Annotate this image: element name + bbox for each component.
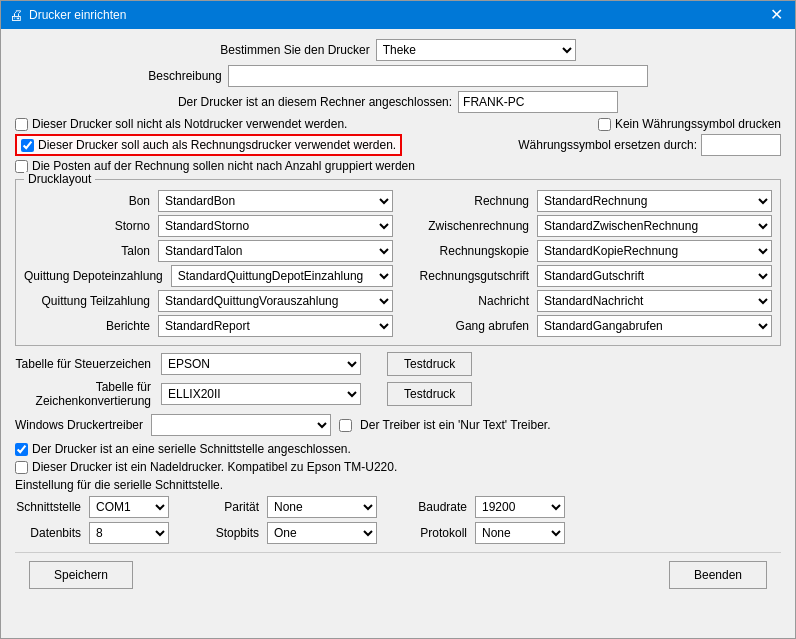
dl-label-zwischenrechnung: Zwischenrechnung	[403, 219, 533, 233]
stopbits-row: Stopbits One Two	[193, 522, 377, 544]
drucklayout-section: Drucklayout Bon StandardBon Storno Stand…	[15, 179, 781, 346]
testdruck-btn-1[interactable]: Testdruck	[387, 352, 472, 376]
notdrucker-label[interactable]: Dieser Drucker soll nicht als Notdrucker…	[32, 117, 347, 131]
tabelle-steuerz-select[interactable]: EPSON	[161, 353, 361, 375]
paritat-select[interactable]: None Even Odd	[267, 496, 377, 518]
steuerz-row2: Tabelle für Zeichenkonvertierung ELLIX20…	[15, 380, 781, 408]
drucker-select[interactable]: Theke	[376, 39, 576, 61]
protokoll-label: Protokoll	[401, 526, 471, 540]
paritat-label: Parität	[193, 500, 263, 514]
dl-label-storno: Storno	[24, 219, 154, 233]
dl-label-bon: Bon	[24, 194, 154, 208]
dl-select-rechnung[interactable]: StandardRechnung	[537, 190, 772, 212]
dl-label-berichte: Berichte	[24, 319, 154, 333]
datenbits-row: Datenbits 7 8	[15, 522, 169, 544]
beschreibung-input[interactable]	[228, 65, 648, 87]
dl-label-rechnungsgutschrift: Rechnungsgutschrift	[403, 269, 533, 283]
dl-label-depoteinzahlung: Quittung Depoteinzahlung	[24, 269, 167, 283]
notdrucker-checkbox[interactable]	[15, 118, 28, 131]
drucker-label: Bestimmen Sie den Drucker	[220, 43, 369, 57]
drucklayout-label: Drucklayout	[24, 172, 95, 186]
protokoll-row: Protokoll None XON/XOFF RTS/CTS	[401, 522, 565, 544]
posten-row: Die Posten auf der Rechnung sollen nicht…	[15, 159, 781, 173]
schnittstelle-grid: Schnittstelle COM1 COM2 COM3 Parität Non…	[15, 496, 781, 518]
rechnungsdrucker-label[interactable]: Dieser Drucker soll auch als Rechnungsdr…	[38, 138, 396, 152]
nadeldrucker-label[interactable]: Dieser Drucker ist ein Nadeldrucker. Kom…	[32, 460, 397, 474]
protokoll-select[interactable]: None XON/XOFF RTS/CTS	[475, 522, 565, 544]
anschluss-row: Der Drucker ist an diesem Rechner angesc…	[15, 91, 781, 113]
dl-row-rechnungsgutschrift: Rechnungsgutschrift StandardGutschrift	[403, 265, 772, 287]
stopbits-label: Stopbits	[193, 526, 263, 540]
notdrucker-row: Dieser Drucker soll nicht als Notdrucker…	[15, 117, 781, 131]
anschluss-label: Der Drucker ist an diesem Rechner angesc…	[178, 95, 452, 109]
waehrung-ersetzen-input[interactable]	[701, 134, 781, 156]
serial-angeschlossen-label[interactable]: Der Drucker ist an eine serielle Schnitt…	[32, 442, 351, 456]
posten-checkbox[interactable]	[15, 160, 28, 173]
dl-row-talon: Talon StandardTalon	[24, 240, 393, 262]
baudrate-label: Baudrate	[401, 500, 471, 514]
dl-select-talon[interactable]: StandardTalon	[158, 240, 393, 262]
dl-select-bon[interactable]: StandardBon	[158, 190, 393, 212]
nurtext-checkbox[interactable]	[339, 419, 352, 432]
dl-select-berichte[interactable]: StandardReport	[158, 315, 393, 337]
schnittstelle-grid2: Datenbits 7 8 Stopbits One Two Pro	[15, 522, 781, 544]
serial-checkbox[interactable]	[15, 443, 28, 456]
schnittstelle-row: Schnittstelle COM1 COM2 COM3	[15, 496, 169, 518]
druckertreiber-label: Windows Druckertreiber	[15, 418, 143, 432]
posten-label[interactable]: Die Posten auf der Rechnung sollen nicht…	[32, 159, 415, 173]
zeichenkonv-label: Tabelle für Zeichenkonvertierung	[15, 380, 155, 408]
title-bar: 🖨 Drucker einrichten ✕	[1, 1, 795, 29]
drucklayout-left: Bon StandardBon Storno StandardStorno Ta…	[24, 190, 393, 337]
dl-select-storno[interactable]: StandardStorno	[158, 215, 393, 237]
dl-row-depoteinzahlung: Quittung Depoteinzahlung StandardQuittun…	[24, 265, 393, 287]
nadeldrucker-row: Dieser Drucker ist ein Nadeldrucker. Kom…	[15, 460, 781, 474]
dl-select-rechnungsgutschrift[interactable]: StandardGutschrift	[537, 265, 772, 287]
serial-section: Der Drucker ist an eine serielle Schnitt…	[15, 442, 781, 544]
dl-label-rechnung: Rechnung	[403, 194, 533, 208]
stopbits-select[interactable]: One Two	[267, 522, 377, 544]
dl-row-teilzahlung: Quittung Teilzahlung StandardQuittungVor…	[24, 290, 393, 312]
dl-select-depoteinzahlung[interactable]: StandardQuittungDepotEinzahlung	[171, 265, 393, 287]
serial-angeschlossen-row: Der Drucker ist an eine serielle Schnitt…	[15, 442, 781, 456]
datenbits-select[interactable]: 7 8	[89, 522, 169, 544]
dl-select-teilzahlung[interactable]: StandardQuittungVorauszahlung	[158, 290, 393, 312]
testdruck-btn-2[interactable]: Testdruck	[387, 382, 472, 406]
nurtext-label[interactable]: Der Treiber ist ein 'Nur Text' Treiber.	[360, 418, 550, 432]
beenden-button[interactable]: Beenden	[669, 561, 767, 589]
window-title: Drucker einrichten	[29, 8, 126, 22]
printer-icon: 🖨	[9, 7, 23, 23]
zeichenkonv-select[interactable]: ELLIX20II	[161, 383, 361, 405]
anschluss-input[interactable]	[458, 91, 618, 113]
nadeldrucker-checkbox[interactable]	[15, 461, 28, 474]
bottom-bar: Speichern Beenden	[15, 552, 781, 597]
schnittstelle-label: Schnittstelle	[15, 500, 85, 514]
drucklayout-grid: Bon StandardBon Storno StandardStorno Ta…	[24, 190, 772, 337]
dl-select-gangabrufen[interactable]: StandardGangabrufen	[537, 315, 772, 337]
dl-row-nachricht: Nachricht StandardNachricht	[403, 290, 772, 312]
dl-row-bon: Bon StandardBon	[24, 190, 393, 212]
paritat-row: Parität None Even Odd	[193, 496, 377, 518]
dl-select-nachricht[interactable]: StandardNachricht	[537, 290, 772, 312]
notdrucker-left: Dieser Drucker soll nicht als Notdrucker…	[15, 117, 347, 131]
drucker-row: Bestimmen Sie den Drucker Theke	[15, 39, 781, 61]
dl-row-storno: Storno StandardStorno	[24, 215, 393, 237]
close-button[interactable]: ✕	[766, 7, 787, 23]
schnittstelle-select[interactable]: COM1 COM2 COM3	[89, 496, 169, 518]
speichern-button[interactable]: Speichern	[29, 561, 133, 589]
waehrung-ersetzen-label: Währungssymbol ersetzen durch:	[518, 138, 697, 152]
einstellung-label: Einstellung für die serielle Schnittstel…	[15, 478, 781, 492]
druckertreiber-select[interactable]	[151, 414, 331, 436]
rechnungsdrucker-checkbox[interactable]	[21, 139, 34, 152]
dl-row-gangabrufen: Gang abrufen StandardGangabrufen	[403, 315, 772, 337]
datenbits-label: Datenbits	[15, 526, 85, 540]
waehrung-checkbox[interactable]	[598, 118, 611, 131]
dl-select-rechnungskopie[interactable]: StandardKopieRechnung	[537, 240, 772, 262]
title-bar-left: 🖨 Drucker einrichten	[9, 7, 126, 23]
dl-select-zwischenrechnung[interactable]: StandardZwischenRechnung	[537, 215, 772, 237]
dl-label-talon: Talon	[24, 244, 154, 258]
baudrate-row: Baudrate 9600 19200 38400 57600 115200	[401, 496, 565, 518]
dl-row-berichte: Berichte StandardReport	[24, 315, 393, 337]
baudrate-select[interactable]: 9600 19200 38400 57600 115200	[475, 496, 565, 518]
beschreibung-row: Beschreibung	[15, 65, 781, 87]
waehrung-label[interactable]: Kein Währungssymbol drucken	[615, 117, 781, 131]
